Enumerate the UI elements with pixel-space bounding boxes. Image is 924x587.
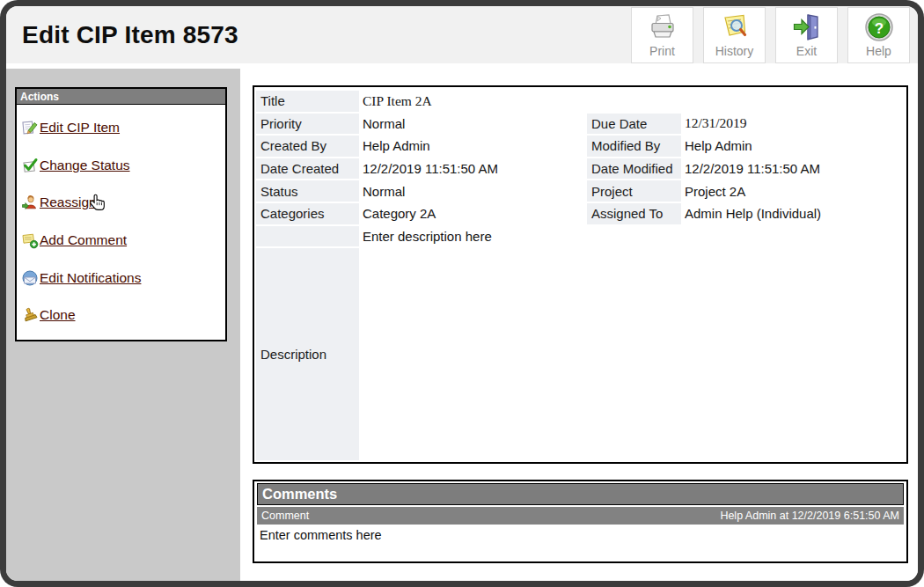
edit-notifications-link[interactable]: Edit Notifications xyxy=(40,270,141,286)
page-header: Edit CIP Item 8573 Print xyxy=(6,6,918,63)
field-value-created-by: Help Admin xyxy=(359,136,587,157)
actions-list: Edit CIP Item Change Status xyxy=(17,105,225,334)
field-label-assigned-to: Assigned To xyxy=(587,203,681,224)
field-label-title: Title xyxy=(256,91,359,112)
action-clone[interactable]: Clone xyxy=(17,297,225,334)
print-button[interactable]: Print xyxy=(631,7,693,63)
field-value-date-modified: 12/2/2019 11:51:50 AM xyxy=(681,158,905,180)
field-label-due-date: Due Date xyxy=(587,114,681,135)
clone-icon xyxy=(21,306,39,324)
comment-row-header: Comment Help Admin at 12/2/2019 6:51:50 … xyxy=(257,507,904,525)
history-button[interactable]: History xyxy=(703,7,766,63)
field-value-categories: Category 2A xyxy=(359,203,587,224)
change-status-link[interactable]: Change Status xyxy=(40,158,130,173)
field-value-project: Project 2A xyxy=(681,180,905,202)
field-value-date-created: 12/2/2019 11:51:50 AM xyxy=(359,158,587,180)
window-body: Edit CIP Item 8573 Print xyxy=(6,6,918,581)
description-field[interactable]: Enter description here xyxy=(359,226,905,247)
help-icon: ? xyxy=(863,11,895,43)
change-status-icon xyxy=(21,157,39,174)
exit-icon xyxy=(791,11,823,43)
field-value-due-date: 12/31/2019 xyxy=(681,114,905,135)
reassign-link[interactable]: Reassign xyxy=(40,194,97,210)
field-value-assigned-to: Admin Help (Individual) xyxy=(681,203,905,224)
print-icon xyxy=(647,11,678,43)
exit-button[interactable]: Exit xyxy=(775,7,838,63)
sidebar: Actions Edit CIP Item xyxy=(6,69,240,581)
add-comment-icon xyxy=(21,231,39,249)
comment-meta: Help Admin at 12/2/2019 6:51:50 AM xyxy=(720,510,899,522)
svg-text:?: ? xyxy=(874,20,883,37)
field-label-priority: Priority xyxy=(256,114,359,135)
help-button[interactable]: ? Help xyxy=(847,7,910,63)
field-value-priority: Normal xyxy=(359,114,587,135)
comments-panel-header: Comments xyxy=(257,483,904,505)
action-add-comment[interactable]: Add Comment xyxy=(17,222,225,260)
history-button-label: History xyxy=(715,44,754,58)
action-edit-cip-item[interactable]: Edit CIP Item xyxy=(17,109,225,147)
comments-panel: Comments Comment Help Admin at 12/2/2019… xyxy=(253,480,908,563)
field-label-project: Project xyxy=(587,180,681,202)
field-value-title: CIP Item 2A xyxy=(359,91,905,112)
main-content: Title CIP Item 2A Priority Normal Due Da… xyxy=(240,69,918,581)
toolbar: Print History xyxy=(631,7,910,63)
window-frame: Edit CIP Item 8573 Print xyxy=(0,0,924,587)
field-label-categories: Categories xyxy=(256,203,359,224)
field-value-status: Normal xyxy=(359,180,587,202)
edit-notifications-icon xyxy=(21,269,39,287)
action-edit-notifications[interactable]: Edit Notifications xyxy=(17,259,225,297)
field-label-date-modified: Date Modified xyxy=(587,158,681,180)
comment-input[interactable]: Enter comments here xyxy=(256,525,905,546)
actions-panel: Actions Edit CIP Item xyxy=(15,87,227,341)
action-reassign[interactable]: Reassign xyxy=(17,184,225,222)
actions-panel-header: Actions xyxy=(17,89,225,105)
print-button-label: Print xyxy=(649,44,675,58)
field-label-description: Description xyxy=(256,248,359,460)
clone-link[interactable]: Clone xyxy=(40,307,76,323)
field-label-created-by: Created By xyxy=(256,136,359,157)
field-label-modified-by: Modified By xyxy=(587,136,681,157)
field-label-status: Status xyxy=(256,180,359,202)
field-label-spacer xyxy=(256,226,359,247)
exit-button-label: Exit xyxy=(796,44,817,58)
page-title: Edit CIP Item 8573 xyxy=(22,6,238,63)
field-label-date-created: Date Created xyxy=(256,158,359,180)
action-change-status[interactable]: Change Status xyxy=(17,147,225,185)
cip-item-details-panel: Title CIP Item 2A Priority Normal Due Da… xyxy=(253,85,908,464)
edit-cip-item-icon xyxy=(21,119,39,136)
help-button-label: Help xyxy=(866,44,891,58)
add-comment-link[interactable]: Add Comment xyxy=(40,232,127,248)
hand-cursor-icon xyxy=(90,194,105,212)
comment-column-label: Comment xyxy=(261,510,309,522)
edit-cip-item-link[interactable]: Edit CIP Item xyxy=(40,120,120,136)
reassign-icon xyxy=(21,194,39,211)
history-icon xyxy=(719,11,751,43)
field-value-modified-by: Help Admin xyxy=(681,136,905,157)
